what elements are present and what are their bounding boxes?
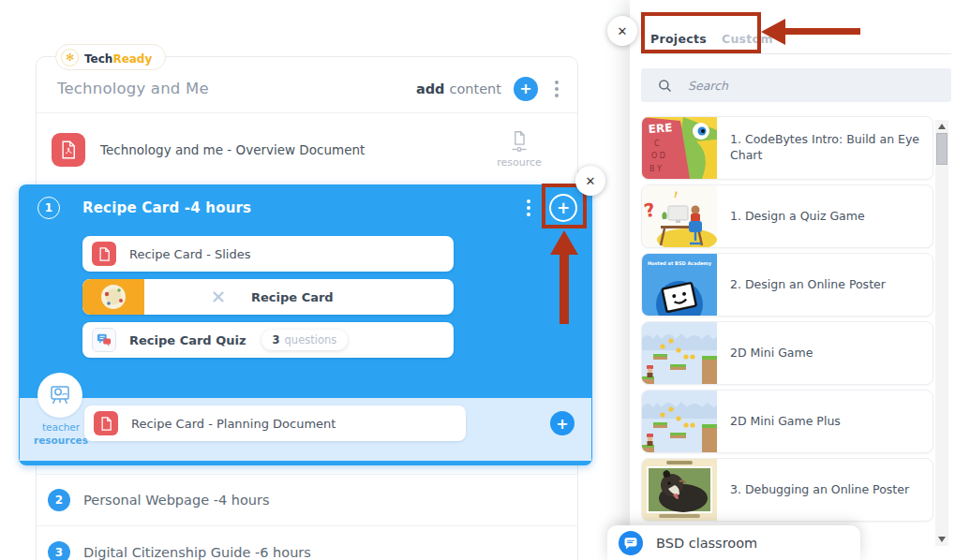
chat-icon (619, 531, 643, 555)
project-title: 3. Debugging an Online Poster (717, 482, 917, 498)
module-item-quiz[interactable]: Recipe Card Quiz 3 questions (82, 322, 454, 358)
annotation-arrow-left (761, 19, 785, 45)
section-title: Personal Webpage -4 hours (83, 493, 270, 508)
project-thumbnail-mini-game (642, 391, 717, 452)
svg-text:ERE: ERE (648, 121, 673, 136)
search-input[interactable] (688, 79, 903, 93)
add-content-label-bold: add (416, 81, 445, 96)
project-title: 1. Design a Quiz Game (717, 209, 873, 225)
section-personal-webpage[interactable]: 2 Personal Webpage -4 hours (37, 474, 577, 525)
panel-scrollbar[interactable] (935, 120, 948, 546)
module-close-button[interactable]: ✕ (575, 166, 605, 196)
pdf-icon (52, 133, 85, 167)
module-kebab-menu-icon[interactable] (525, 198, 532, 218)
svg-text:O D: O D (651, 152, 665, 160)
section-number-badge: 2 (48, 489, 70, 511)
module-title: Recipe Card -4 hours (82, 199, 510, 216)
bsd-classroom-bar[interactable]: BSD classroom (607, 525, 860, 560)
module-item-recipe-card[interactable]: Recipe Card (82, 279, 454, 315)
teacher-resources-add-button[interactable]: + (550, 411, 575, 435)
scrollbar-thumb[interactable] (936, 133, 948, 165)
svg-text:B Y: B Y (649, 165, 662, 173)
module-item-title: Recipe Card (251, 290, 334, 304)
resource-indicator: resource (489, 130, 549, 169)
project-thumbnail-quiz-game: ? ! (642, 185, 717, 247)
course-title: Technology and Me (57, 80, 416, 97)
project-card-online-poster[interactable]: Hosted at BSD Academy 2. Design an Onlin… (641, 253, 933, 317)
module-number-badge: 1 (37, 197, 60, 219)
close-icon: ✕ (618, 24, 628, 38)
resource-doc-icon (510, 130, 529, 155)
teacher-resources-strip: teacher resources Recipe Card - Planning… (20, 398, 591, 461)
svg-text:Hosted at BSD Academy: Hosted at BSD Academy (648, 260, 712, 267)
module-item-title: Recipe Card - Slides (129, 247, 250, 261)
close-icon: ✕ (586, 174, 596, 188)
scrollbar-down-arrow[interactable] (935, 533, 948, 546)
project-title: 2D Mini Game (717, 346, 820, 361)
resource-label: resource (489, 157, 549, 169)
add-content-button[interactable]: add content + (416, 77, 538, 101)
brand-badge-label: TechReady (84, 49, 152, 66)
svg-text:C: C (654, 140, 660, 148)
project-card-quiz-game[interactable]: ? ! 1. Design a Quiz Game (641, 184, 933, 248)
add-content-plus-icon[interactable]: + (514, 77, 538, 101)
project-thumbnail-eye-chart: ERE C O D B Y (642, 117, 717, 179)
module-item-title: Recipe Card - Planning Document (131, 417, 336, 431)
section-digital-citizenship[interactable]: 3 Digital Citizenship Guide -6 hours (37, 525, 577, 560)
module-recipe-card: 1 Recipe Card -4 hours + Recipe Card - S… (19, 184, 592, 465)
annotation-arrow-up-shaft (560, 253, 569, 324)
section-title: Digital Citizenship Guide -6 hours (83, 545, 311, 560)
project-thumbnail-online-poster: Hosted at BSD Academy (642, 254, 717, 316)
search-bar[interactable] (641, 68, 951, 102)
module-header: 1 Recipe Card -4 hours + (19, 184, 592, 228)
project-title: 2D Mini Game Plus (717, 414, 848, 430)
overview-document-title: Technology and me - Overview Document (100, 142, 489, 157)
classroom-label: BSD classroom (656, 536, 757, 551)
module-item-planning-document[interactable]: Recipe Card - Planning Document (84, 405, 466, 441)
project-card-debugging-poster[interactable]: 3. Debugging an Online Poster (641, 458, 933, 522)
annotation-arrow-up (550, 230, 578, 255)
tabs-divider (641, 53, 951, 54)
questions-count-badge: 3 questions (261, 330, 349, 350)
module-items: Recipe Card - Slides Recipe Card (19, 228, 592, 358)
teacher-resources-icon (37, 373, 82, 418)
annotation-arrow-left-shaft (783, 28, 860, 35)
flower-icon: ✻ (61, 49, 79, 66)
project-thumbnail-dog-poster (642, 459, 717, 521)
search-icon (658, 79, 672, 93)
pdf-icon (94, 411, 118, 435)
annotation-box-tabs (641, 12, 761, 53)
overview-document-row[interactable]: Technology and me - Overview Document re… (37, 113, 577, 185)
module-item-slides[interactable]: Recipe Card - Slides (82, 236, 454, 272)
project-card-2d-mini-game[interactable]: 2D Mini Game (641, 321, 933, 385)
techready-badge: ✻ TechReady (55, 44, 166, 70)
section-number-badge: 3 (48, 541, 70, 560)
project-title: 1. CodeBytes Intro: Build an Eye Chart (717, 132, 933, 164)
scrollbar-up-arrow[interactable] (935, 120, 948, 133)
projects-panel: Projects Custom ERE C O D B Y (630, 0, 970, 560)
project-list: ERE C O D B Y 1. CodeBytes Intro: Build … (641, 116, 933, 526)
project-card-2d-mini-game-plus[interactable]: 2D Mini Game Plus (641, 390, 933, 453)
project-type-icon (210, 288, 227, 305)
project-card-eye-chart[interactable]: ERE C O D B Y 1. CodeBytes Intro: Build … (641, 116, 933, 180)
quiz-icon (92, 328, 116, 352)
module-item-title: Recipe Card Quiz (129, 333, 246, 347)
pdf-icon (92, 242, 116, 266)
panel-close-button[interactable]: ✕ (607, 16, 637, 46)
project-thumbnail-mini-game (642, 322, 717, 384)
recipe-thumbnail (82, 279, 144, 315)
course-kebab-menu-icon[interactable] (553, 79, 560, 99)
add-content-label: content (449, 81, 501, 96)
project-title: 2. Design an Online Poster (717, 277, 893, 293)
